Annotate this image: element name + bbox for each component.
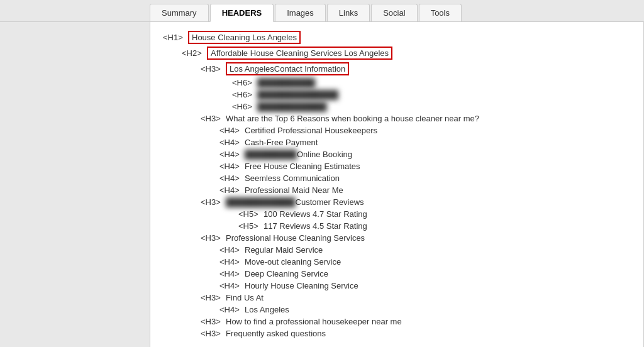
header-row-15: <H5>117 Reviews 4.5 Star Rating — [163, 221, 631, 231]
header-tag-16: <H3> — [201, 233, 226, 243]
header-row-18: <H4>Move-out cleaning Service — [163, 257, 631, 267]
header-row-17: <H4>Regular Maid Service — [163, 245, 631, 255]
header-tag-11: <H4> — [219, 174, 245, 183]
header-row-16: <H3>Professional House Cleaning Services — [163, 233, 631, 243]
header-row-7: <H4>Certified Professional Housekeepers — [163, 126, 631, 135]
header-row-19: <H4>Deep Cleaning Service — [163, 269, 631, 278]
header-value-8: Cash-Free Payment — [245, 138, 318, 147]
header-row-11: <H4>Seemless Communication — [163, 174, 631, 183]
tab-bar: SummaryHEADERSImagesLinksSocialTools — [0, 0, 644, 22]
header-tag-17: <H4> — [219, 245, 245, 255]
header-value-21: Find Us At — [226, 293, 264, 302]
header-value-13: Customer Reviews — [296, 197, 364, 207]
header-value-7: Certified Professional Housekeepers — [245, 126, 377, 135]
header-row-8: <H4>Cash-Free Payment — [163, 138, 631, 147]
header-tag-24: <H3> — [201, 329, 226, 338]
header-row-10: <H4>Free House Cleaning Estimates — [163, 162, 631, 171]
header-tag-12: <H4> — [219, 185, 245, 195]
header-value-highlighted-0: House Cleaning Los Angeles — [188, 31, 301, 44]
header-tag-6: <H3> — [201, 114, 226, 123]
header-value-23: How to find a professional housekeeper n… — [226, 317, 402, 326]
tab-links[interactable]: Links — [327, 4, 370, 21]
header-value-highlighted-1: Affordable House Cleaning Services Los A… — [207, 47, 392, 60]
header-tag-2: <H3> — [201, 64, 226, 74]
header-tag-8: <H4> — [219, 138, 245, 147]
header-row-22: <H4>Los Angeles — [163, 305, 631, 314]
header-value-11: Seemless Communication — [245, 174, 340, 183]
header-tag-3: <H6> — [232, 78, 257, 87]
header-tag-13: <H3> — [201, 197, 226, 207]
header-tag-14: <H5> — [238, 209, 264, 219]
header-tag-20: <H4> — [219, 281, 245, 290]
header-row-12: <H4>Professional Maid Near Me — [163, 185, 631, 195]
blurred-text-4: ██████████████ — [257, 90, 338, 99]
tab-tools[interactable]: Tools — [419, 4, 462, 21]
header-row-1: <H2>Affordable House Cleaning Services L… — [163, 47, 631, 60]
header-row-5: <H6>████████████ — [163, 102, 631, 111]
header-row-9: <H4>█████████ Online Booking — [163, 150, 631, 159]
header-row-6: <H3>What are the Top 6 Reasons when book… — [163, 114, 631, 123]
header-row-20: <H4>Hourly House Cleaning Service — [163, 281, 631, 290]
tab-summary[interactable]: Summary — [150, 4, 209, 21]
tab-images[interactable]: Images — [275, 4, 326, 21]
header-row-3: <H6>██████████ — [163, 78, 631, 87]
header-row-21: <H3>Find Us At — [163, 293, 631, 302]
header-row-14: <H5>100 Reviews 4.7 Star Rating — [163, 209, 631, 219]
header-row-2: <H3>Los AngelesContact Information — [163, 62, 631, 75]
header-row-24: <H3>Frequently asked questions — [163, 329, 631, 338]
header-row-23: <H3>How to find a professional housekeep… — [163, 317, 631, 326]
header-value-highlighted-2: Los AngelesContact Information — [226, 62, 349, 75]
header-tag-15: <H5> — [238, 221, 264, 231]
tab-social[interactable]: Social — [371, 4, 417, 21]
header-value-12: Professional Maid Near Me — [245, 185, 343, 195]
blurred-text-5: ████████████ — [257, 102, 327, 111]
content-area: <H1>House Cleaning Los Angeles<H2>Afford… — [150, 22, 644, 347]
header-tag-21: <H3> — [201, 293, 226, 302]
header-row-0: <H1>House Cleaning Los Angeles — [163, 31, 631, 44]
header-tag-9: <H4> — [219, 150, 245, 159]
header-value-18: Move-out cleaning Service — [245, 257, 341, 267]
header-value-19: Deep Cleaning Service — [245, 269, 328, 278]
header-tag-18: <H4> — [219, 257, 245, 267]
header-tag-7: <H4> — [219, 126, 245, 135]
header-value-14: 100 Reviews 4.7 Star Rating — [264, 209, 367, 219]
header-tag-22: <H4> — [219, 305, 245, 314]
blurred-text-13: ████████████ — [226, 197, 296, 207]
header-row-4: <H6>██████████████ — [163, 90, 631, 99]
header-value-10: Free House Cleaning Estimates — [245, 162, 360, 171]
header-tag-1: <H2> — [182, 48, 207, 58]
header-tag-5: <H6> — [232, 102, 257, 111]
header-value-6: What are the Top 6 Reasons when booking … — [226, 114, 479, 123]
header-value-17: Regular Maid Service — [245, 245, 323, 255]
header-value-20: Hourly House Cleaning Service — [245, 281, 358, 290]
header-value-22: Los Angeles — [245, 305, 289, 314]
header-tag-0: <H1> — [163, 33, 188, 42]
header-tag-4: <H6> — [232, 90, 257, 99]
blurred-text-3: ██████████ — [257, 78, 315, 87]
header-value-15: 117 Reviews 4.5 Star Rating — [264, 221, 367, 231]
header-value-9: Online Booking — [297, 150, 352, 159]
blurred-text-9: █████████ — [245, 150, 297, 159]
tab-headers[interactable]: HEADERS — [210, 4, 274, 22]
app-container: SummaryHEADERSImagesLinksSocialTools <H1… — [0, 0, 644, 347]
header-value-24: Frequently asked questions — [226, 329, 326, 338]
header-tag-19: <H4> — [219, 269, 245, 278]
header-row-13: <H3>████████████ Customer Reviews — [163, 197, 631, 207]
header-tag-23: <H3> — [201, 317, 226, 326]
header-tag-10: <H4> — [219, 162, 245, 171]
header-value-16: Professional House Cleaning Services — [226, 233, 365, 243]
